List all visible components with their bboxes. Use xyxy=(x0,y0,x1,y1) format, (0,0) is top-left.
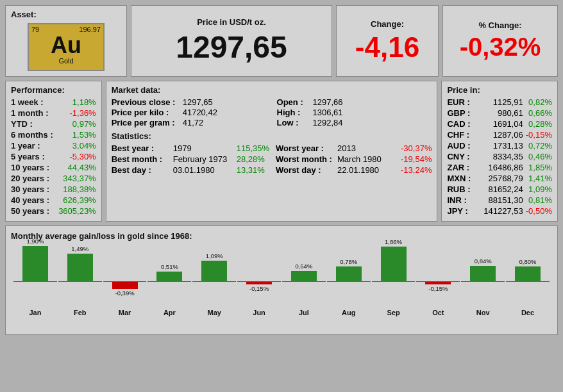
perf-value: 44,43% xyxy=(68,163,96,172)
chart-month-col: 1,90% Jan xyxy=(13,246,57,316)
stats-key: Best month : xyxy=(112,154,171,164)
stats-pct: -13,24% xyxy=(401,165,432,175)
price-in-row: CAD :1691,040,28% xyxy=(447,119,552,129)
statistics-title: Statistics: xyxy=(112,131,432,141)
stats-date: February 1973 xyxy=(173,154,234,164)
perf-label: 1 week : xyxy=(11,97,44,107)
baseline xyxy=(282,281,326,282)
stats-row: Worst day :22.01.1980-13,24% xyxy=(276,165,432,175)
chart-month-col: -0,15% Oct xyxy=(416,246,460,316)
market-rows: Previous close :1297,65Open :1297,66Pric… xyxy=(112,97,432,127)
price-in-row: MXN :25768,791,41% xyxy=(447,174,552,183)
currency-label: EUR : xyxy=(447,97,476,107)
stats-key: Best year : xyxy=(112,143,171,153)
currency-pct: -0,50% xyxy=(525,206,552,216)
month-label: Jan xyxy=(29,309,41,316)
perf-label: 5 years : xyxy=(11,152,45,161)
currency-label: CAD : xyxy=(447,119,476,129)
currency-pct: 1,85% xyxy=(525,163,552,172)
price-value: 1297,65 xyxy=(176,29,287,65)
stats-date: 03.01.1980 xyxy=(173,165,234,175)
stats-row: Worst month :March 1980-19,54% xyxy=(276,154,432,164)
price-in-row: CHF :1287,06-0,15% xyxy=(447,130,552,140)
chart-panel: Monthly average gain/loss in gold since … xyxy=(5,225,558,335)
bar-negative xyxy=(425,282,451,284)
market-row: Open :1297,66 xyxy=(277,97,432,107)
stats-key: Worst month : xyxy=(276,154,335,164)
performance-title: Performance: xyxy=(11,85,96,95)
currency-label: CNY : xyxy=(447,152,476,161)
price-in-title: Price in: xyxy=(447,85,552,95)
performance-panel: Performance: 1 week :1,18%1 month :-1,36… xyxy=(5,81,102,222)
perf-label: 1 month : xyxy=(11,108,49,118)
market-key: Open : xyxy=(277,97,309,107)
stats-row: Worst year :2013-30,37% xyxy=(276,143,432,153)
bar-pct-label: 1,90% xyxy=(13,238,57,245)
element-number-mass: 79 196.97 xyxy=(29,26,103,33)
bar-pct-label: 1,49% xyxy=(58,245,102,252)
market-row: High :1306,61 xyxy=(277,108,432,117)
month-label: Oct xyxy=(432,309,444,316)
performance-row: 6 months :1,53% xyxy=(11,130,96,140)
currency-pct: 0,28% xyxy=(525,119,552,129)
currency-value: 1125,91 xyxy=(478,97,523,107)
chart-month-col: 0,78% Aug xyxy=(327,246,371,316)
chart-month-col: -0,15% Jun xyxy=(237,246,281,316)
currency-value: 88151,30 xyxy=(478,195,523,205)
stats-rows: Best year :1979115,35%Worst year :2013-3… xyxy=(112,143,432,175)
perf-value: 188,38% xyxy=(63,184,96,194)
baseline xyxy=(147,281,191,282)
stats-date: March 1980 xyxy=(337,154,398,164)
bar-pct-label: 0,80% xyxy=(506,258,550,265)
market-section: Market data: Previous close :1297,65Open… xyxy=(112,85,432,127)
price-in-row: RUB :81652,241,09% xyxy=(447,184,552,194)
perf-label: 50 years : xyxy=(11,206,49,216)
chart-month-col: 0,54% Jul xyxy=(282,246,326,316)
stats-pct: 28,28% xyxy=(237,154,265,164)
atomic-number: 79 xyxy=(31,26,39,33)
perf-label: 40 years : xyxy=(11,195,49,205)
stats-pct: 13,31% xyxy=(237,165,265,175)
baseline xyxy=(13,281,57,282)
change-value: -4,16 xyxy=(355,31,419,63)
currency-pct: 0,66% xyxy=(525,108,552,118)
price-title: Price in USD/t oz. xyxy=(197,17,266,27)
price-in-row: EUR :1125,910,82% xyxy=(447,97,552,107)
chart-month-col: 1,09% May xyxy=(192,246,236,316)
stats-row: Best day :03.01.198013,31% xyxy=(112,165,269,175)
currency-pct: 1,09% xyxy=(525,184,552,194)
change-title: Change: xyxy=(371,19,404,29)
chart-month-col: 1,49% Feb xyxy=(58,246,102,316)
baseline xyxy=(327,281,371,282)
currency-pct: 0,72% xyxy=(525,141,552,151)
market-val: 1297,65 xyxy=(183,97,213,107)
bar-negative xyxy=(246,282,272,284)
perf-value: 3605,23% xyxy=(58,206,96,216)
currency-value: 141227,53 xyxy=(478,206,523,216)
performance-row: 5 years :-5,30% xyxy=(11,152,96,161)
month-label: May xyxy=(208,309,221,316)
currency-value: 1731,13 xyxy=(478,141,523,151)
currency-pct: -0,15% xyxy=(525,130,552,140)
market-val: 1292,84 xyxy=(313,118,343,127)
market-row: Price per gram :41,72 xyxy=(112,118,267,127)
performance-row: YTD :0,97% xyxy=(11,119,96,129)
chart-month-col: 0,84% Nov xyxy=(461,246,505,316)
month-label: Nov xyxy=(476,309,490,316)
baseline xyxy=(192,281,236,282)
perf-value: 626,39% xyxy=(63,195,96,205)
month-label: Dec xyxy=(521,309,534,316)
performance-row: 20 years :343,37% xyxy=(11,174,96,183)
market-key: Price per kilo : xyxy=(112,108,179,117)
bar-positive xyxy=(156,272,182,281)
price-in-row: ZAR :16486,861,85% xyxy=(447,163,552,172)
currency-pct: 0,82% xyxy=(525,97,552,107)
market-title: Market data: xyxy=(112,85,432,95)
performance-rows: 1 week :1,18%1 month :-1,36%YTD :0,97%6 … xyxy=(11,97,96,216)
market-row: Previous close :1297,65 xyxy=(112,97,267,107)
perf-label: 6 months : xyxy=(11,130,53,140)
currency-label: AUD : xyxy=(447,141,476,151)
market-key: High : xyxy=(277,108,309,117)
month-label: Sep xyxy=(387,309,399,316)
market-key: Price per gram : xyxy=(112,118,179,127)
